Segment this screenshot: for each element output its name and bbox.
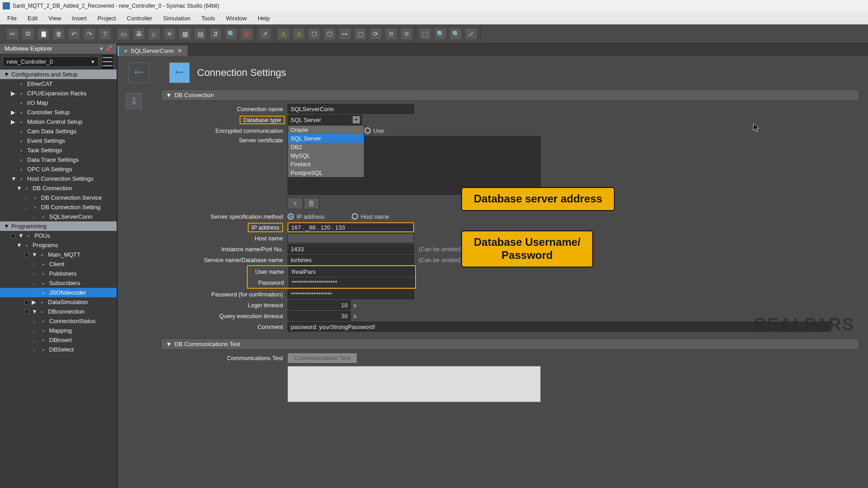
page-icon-b[interactable]: ⬳ — [169, 62, 190, 83]
tree-item-cam-data-settings[interactable]: ▫Cam Data Settings — [0, 127, 117, 136]
tree-item-main-mqtt[interactable]: ▼▫Main_MQTT — [0, 250, 117, 259]
cut-icon[interactable]: ✂ — [7, 28, 18, 39]
tree-section-programming[interactable]: ▼Programming — [0, 221, 117, 231]
input-service-db[interactable] — [288, 255, 414, 265]
tree-item-i-o-map[interactable]: ▫I/O Map — [0, 98, 117, 108]
option-postgresql[interactable]: PostgreSQL — [288, 169, 364, 177]
link2-icon[interactable]: ⬡ — [324, 28, 335, 39]
input-username[interactable] — [288, 267, 415, 277]
tree-section-config[interactable]: ▼Configurations and Setup — [0, 70, 117, 79]
menu-project[interactable]: Project — [92, 13, 121, 23]
input-query-timeout[interactable] — [288, 311, 351, 321]
radio-encrypted-use[interactable] — [364, 127, 371, 134]
redo-icon[interactable]: ↷ — [84, 28, 95, 39]
menu-window[interactable]: Window — [221, 13, 252, 23]
build-icon[interactable]: ⟀ — [149, 28, 160, 39]
net2-icon[interactable]: ⧈ — [401, 28, 412, 39]
tree-item-dbinsert[interactable]: ∟▫DBinsert — [0, 335, 117, 345]
tree-item-mapping[interactable]: ∟▫Mapping — [0, 326, 117, 335]
pin-icon[interactable]: ▾ 📌 — [100, 45, 112, 52]
tool-d-icon[interactable]: ✕ — [164, 28, 175, 39]
tree-item-opc-ua-settings[interactable]: ▫OPC UA Settings — [0, 164, 117, 174]
select-database-type[interactable]: SQL Server ▼ Oracle SQL Server DB2 MySQL… — [288, 115, 362, 125]
debug-icon[interactable]: ↗ — [259, 28, 270, 39]
option-mysql[interactable]: MySQL — [288, 151, 364, 160]
fit-icon[interactable]: ⤢ — [466, 28, 476, 39]
tree-item-datasimulation[interactable]: ▶▫DataSimulation — [0, 297, 117, 307]
input-password-conf[interactable] — [288, 289, 414, 299]
box-icon[interactable]: ▢ — [355, 28, 366, 39]
option-sqlserver[interactable]: SQL Server — [288, 134, 364, 143]
controller-select[interactable]: new_Controller_0 ▾ — [3, 56, 99, 67]
input-login-timeout[interactable] — [288, 300, 351, 310]
menu-help[interactable]: Help — [252, 13, 275, 23]
section-db-comms-test[interactable]: ▼DB Communications Test — [161, 338, 859, 350]
stop-icon[interactable]: ◉ — [241, 28, 252, 39]
tree-item-db-connection-service[interactable]: ∟▫DB Connection Service — [0, 193, 117, 202]
remove-button[interactable]: 🗑 — [304, 197, 319, 209]
tree-item-ethercat[interactable]: ▫EtherCAT — [0, 79, 117, 89]
input-ip-address[interactable] — [288, 222, 414, 232]
link1-icon[interactable]: ⬡ — [309, 28, 320, 39]
zoomout-icon[interactable]: 🔍 — [450, 28, 461, 39]
tree-item-sqlserverconn[interactable]: ∟▫SQLServerConn — [0, 212, 117, 221]
tree-item-event-settings[interactable]: ▫Event Settings — [0, 136, 117, 145]
undo-icon[interactable]: ↶ — [69, 28, 80, 39]
menu-file[interactable]: File — [2, 13, 22, 23]
paste-icon[interactable]: 📋 — [38, 28, 49, 39]
button-comms-test[interactable]: Communications Test — [288, 353, 357, 363]
input-connection-name[interactable] — [288, 104, 414, 114]
warning1-icon[interactable]: ⚠ — [278, 28, 289, 39]
option-db2[interactable]: DB2 — [288, 143, 364, 151]
input-instance[interactable] — [288, 244, 414, 254]
tree-item-cpu-expansion-racks[interactable]: ▶▫CPU/Expansion Racks — [0, 89, 117, 98]
menu-controller[interactable]: Controller — [121, 13, 157, 23]
tree-item-connectionstatus[interactable]: ∟▫ConnectionStatus — [0, 316, 117, 326]
select-icon[interactable]: ⬚ — [420, 28, 430, 39]
help-icon[interactable]: ? — [99, 28, 110, 39]
search-icon[interactable]: 🔍 — [226, 28, 236, 39]
side-action-icon[interactable]: ⇩ — [126, 93, 142, 109]
tree-item-host-connection-settings[interactable]: ▼▫Host Connection Settings — [0, 174, 117, 183]
sync-icon[interactable]: ⟳ — [370, 28, 381, 39]
warning2-icon[interactable]: ⚠ — [293, 28, 304, 39]
copy-icon[interactable]: ⧉ — [23, 28, 33, 39]
tree-item-dbselect[interactable]: ∟▫DBSelect — [0, 345, 117, 354]
close-icon[interactable]: ✕ — [177, 47, 182, 54]
menu-simulation[interactable]: Simulation — [158, 13, 196, 23]
tree-item-subscribers[interactable]: ∟▫Subscribers — [0, 278, 117, 288]
tool-e-icon[interactable]: ▦ — [179, 28, 190, 39]
tool-g-icon[interactable]: ⇵ — [210, 28, 221, 39]
tool-a-icon[interactable]: ▭ — [118, 28, 129, 39]
tree-item-data-trace-settings[interactable]: ▫Data Trace Settings — [0, 155, 117, 164]
tree-item-jsondecoder[interactable]: ∟▫JSONdecoder — [0, 288, 117, 297]
tree-item-motion-control-setup[interactable]: ▶▫Motion Control Setup — [0, 117, 117, 127]
input-password[interactable] — [288, 277, 415, 287]
radio-ip[interactable] — [288, 213, 294, 220]
radio-hostname[interactable] — [352, 213, 358, 220]
add-button[interactable]: ＋ — [288, 197, 303, 209]
section-db-connection[interactable]: ▼DB Connection — [161, 89, 859, 101]
tree-item-db-connection[interactable]: ▼▫DB Connection — [0, 183, 117, 193]
zoomin-icon[interactable]: 🔍 — [435, 28, 446, 39]
step-icon[interactable]: ↦ — [340, 28, 350, 39]
tree-item-dbconnection[interactable]: ▼▫DBconnection — [0, 307, 117, 316]
tree-item-db-connection-setting[interactable]: ∟▫DB Connection Setting — [0, 202, 117, 212]
input-comment[interactable] — [288, 322, 830, 332]
tree-item-task-settings[interactable]: ▫Task Settings — [0, 145, 117, 155]
tool-f-icon[interactable]: ▤ — [195, 28, 206, 39]
tree-item-client[interactable]: ∟▫Client — [0, 259, 117, 269]
tree-item-publishers[interactable]: ∟▫Publishers — [0, 269, 117, 278]
tab-sqlserverconn[interactable]: SQLServerConn ✕ — [118, 46, 188, 56]
menu-edit[interactable]: Edit — [22, 13, 43, 23]
net1-icon[interactable]: ⧈ — [386, 28, 396, 39]
tool-b-icon[interactable]: 🖶 — [133, 28, 144, 39]
delete-icon[interactable]: 🗑 — [53, 28, 64, 39]
menu-insert[interactable]: Insert — [66, 13, 92, 23]
tree-item-pous[interactable]: ▼▫POUs — [0, 231, 117, 240]
option-firebird[interactable]: Firebird — [288, 160, 364, 169]
menu-tools[interactable]: Tools — [196, 13, 220, 23]
tree-item-programs[interactable]: ▼▫Programs — [0, 240, 117, 250]
option-oracle[interactable]: Oracle — [288, 126, 364, 134]
page-icon-a[interactable]: ⬳ — [128, 62, 149, 83]
